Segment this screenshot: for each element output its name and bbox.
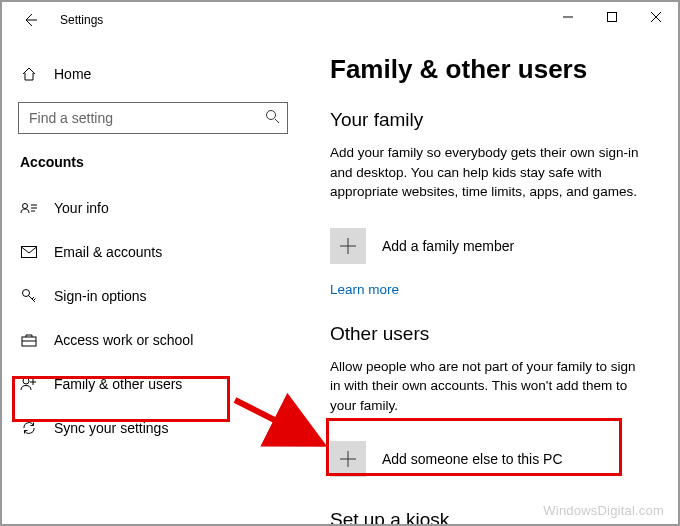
- minimize-button[interactable]: [546, 2, 590, 32]
- other-users-heading: Other users: [330, 323, 648, 345]
- settings-window: Settings Home: [0, 0, 680, 526]
- content-area: Home Accounts Your info: [2, 38, 678, 524]
- nav-label: Sign-in options: [54, 288, 147, 304]
- nav-work-school[interactable]: Access work or school: [18, 318, 302, 362]
- family-description: Add your family so everybody gets their …: [330, 143, 648, 202]
- plus-icon: [330, 228, 366, 264]
- plus-icon: [330, 441, 366, 477]
- other-users-description: Allow people who are not part of your fa…: [330, 357, 648, 416]
- arrow-left-icon: [22, 12, 38, 28]
- search-wrap: [18, 102, 288, 134]
- svg-point-4: [23, 290, 30, 297]
- search-input[interactable]: [18, 102, 288, 134]
- main-panel: Family & other users Your family Add you…: [312, 38, 678, 524]
- search-icon: [265, 109, 280, 127]
- nav-label: Family & other users: [54, 376, 182, 392]
- family-heading: Your family: [330, 109, 648, 131]
- minimize-icon: [563, 12, 573, 22]
- section-label: Accounts: [18, 154, 302, 170]
- nav-email-accounts[interactable]: Email & accounts: [18, 230, 302, 274]
- home-label: Home: [54, 66, 91, 82]
- watermark: WindowsDigital.com: [543, 503, 664, 518]
- home-link[interactable]: Home: [18, 56, 302, 92]
- svg-point-1: [267, 111, 276, 120]
- people-add-icon: [20, 376, 38, 392]
- learn-more-link[interactable]: Learn more: [330, 282, 648, 297]
- close-icon: [651, 12, 661, 22]
- briefcase-icon: [20, 333, 38, 347]
- key-icon: [20, 288, 38, 304]
- back-button[interactable]: [20, 10, 40, 30]
- svg-rect-3: [22, 247, 37, 258]
- window-title: Settings: [60, 13, 103, 27]
- nav-label: Access work or school: [54, 332, 193, 348]
- add-other-user-button[interactable]: Add someone else to this PC: [330, 431, 648, 487]
- sync-icon: [20, 420, 38, 436]
- nav-family-users[interactable]: Family & other users: [18, 362, 302, 406]
- nav-label: Your info: [54, 200, 109, 216]
- nav-list: Your info Email & accounts Sign-in optio…: [18, 186, 302, 450]
- nav-sync-settings[interactable]: Sync your settings: [18, 406, 302, 450]
- svg-point-6: [23, 378, 29, 384]
- home-icon: [20, 66, 38, 82]
- add-other-label: Add someone else to this PC: [382, 451, 563, 467]
- close-button[interactable]: [634, 2, 678, 32]
- nav-signin-options[interactable]: Sign-in options: [18, 274, 302, 318]
- nav-your-info[interactable]: Your info: [18, 186, 302, 230]
- titlebar: Settings: [2, 2, 678, 38]
- nav-label: Email & accounts: [54, 244, 162, 260]
- window-controls: [546, 2, 678, 32]
- svg-rect-0: [608, 13, 617, 22]
- svg-point-2: [23, 204, 28, 209]
- maximize-button[interactable]: [590, 2, 634, 32]
- sidebar: Home Accounts Your info: [2, 38, 312, 524]
- page-title: Family & other users: [330, 54, 648, 85]
- maximize-icon: [607, 12, 617, 22]
- person-card-icon: [20, 201, 38, 215]
- mail-icon: [20, 246, 38, 258]
- nav-label: Sync your settings: [54, 420, 168, 436]
- add-family-label: Add a family member: [382, 238, 514, 254]
- add-family-member-button[interactable]: Add a family member: [330, 218, 648, 274]
